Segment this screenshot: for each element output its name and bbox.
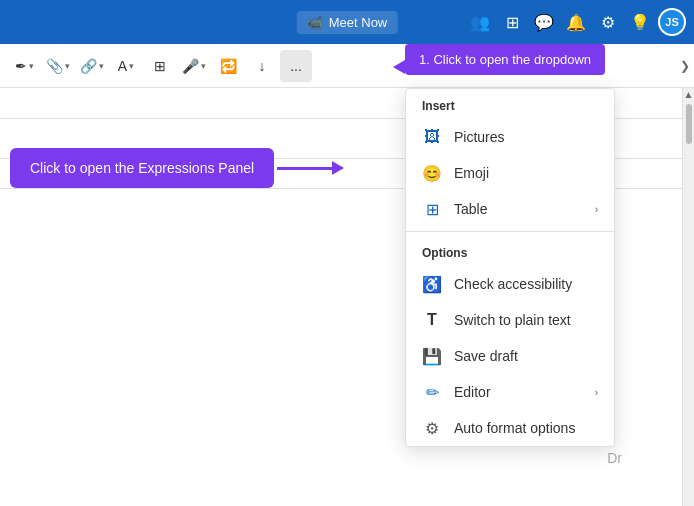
pen-chevron-icon: ▾ (29, 61, 34, 71)
expressions-panel-tooltip[interactable]: Click to open the Expressions Panel (10, 148, 274, 188)
dropdown-item-plain-text[interactable]: T Switch to plain text (406, 302, 614, 338)
loop-button[interactable]: 🔁 (212, 50, 244, 82)
editor-icon: ✏ (422, 382, 442, 402)
pictures-label: Pictures (454, 129, 598, 145)
more-options-button[interactable]: ... (280, 50, 312, 82)
teams-icon[interactable]: 👥 (466, 8, 494, 36)
avatar[interactable]: JS (658, 8, 686, 36)
callout-arrowline (405, 66, 455, 69)
table-menu-icon: ⊞ (422, 199, 442, 219)
accessibility-icon: ♿ (422, 274, 442, 294)
arrow-line (277, 167, 332, 170)
chat-icon[interactable]: 💬 (530, 8, 558, 36)
paperclip-icon: 📎 (46, 58, 63, 74)
auto-format-icon: ⚙ (422, 418, 442, 438)
table-icon: ⊞ (154, 58, 166, 74)
bell-icon[interactable]: 🔔 (562, 8, 590, 36)
dropdown-item-emoji[interactable]: 😊 Emoji (406, 155, 614, 191)
top-bar: 📹 Meet Now 👥 ⊞ 💬 🔔 ⚙ 💡 JS (0, 0, 694, 44)
mic-icon: 🎤 (182, 58, 199, 74)
dropdown-item-auto-format[interactable]: ⚙ Auto format options (406, 410, 614, 446)
table-button[interactable]: ⊞ (144, 50, 176, 82)
vertical-scrollbar[interactable]: ▲ (682, 88, 694, 506)
link-button[interactable]: 🔗 ▾ (76, 50, 108, 82)
ellipsis-icon: ... (290, 58, 302, 74)
font-chevron-icon: ▾ (129, 61, 134, 71)
save-draft-label: Save draft (454, 348, 598, 364)
attachment-button[interactable]: 📎 ▾ (42, 50, 74, 82)
callout-arrow (393, 60, 455, 74)
scroll-thumb[interactable] (686, 104, 692, 144)
dropdown-item-table[interactable]: ⊞ Table › (406, 191, 614, 227)
pictures-icon: 🖼 (422, 127, 442, 147)
pen-icon: ✒ (15, 58, 27, 74)
pen-tool-button[interactable]: ✒ ▾ (8, 50, 40, 82)
save-draft-icon: 💾 (422, 346, 442, 366)
table-chevron-icon: › (595, 204, 598, 215)
insert-dropdown-panel: Insert 🖼 Pictures 😊 Emoji ⊞ Table › Opti… (405, 88, 615, 447)
dropdown-item-editor[interactable]: ✏ Editor › (406, 374, 614, 410)
attach-chevron-icon: ▾ (65, 61, 70, 71)
plain-text-label: Switch to plain text (454, 312, 598, 328)
scroll-down-arrow[interactable]: ❯ (676, 55, 694, 77)
draft-placeholder: Dr (607, 450, 622, 466)
settings-icon[interactable]: ⚙ (594, 8, 622, 36)
down-arrow-button[interactable]: ↓ (246, 50, 278, 82)
link-chevron-icon: ▾ (99, 61, 104, 71)
video-icon: 📹 (307, 15, 323, 30)
font-button[interactable]: A ▾ (110, 50, 142, 82)
meet-now-section: 📹 Meet Now (297, 11, 398, 34)
auto-format-label: Auto format options (454, 420, 598, 436)
grid-icon[interactable]: ⊞ (498, 8, 526, 36)
callout-arrowhead (393, 60, 405, 74)
loop-icon: 🔁 (220, 58, 237, 74)
dropdown-item-accessibility[interactable]: ♿ Check accessibility (406, 266, 614, 302)
bulb-icon[interactable]: 💡 (626, 8, 654, 36)
plain-text-icon: T (422, 310, 442, 330)
editor-label: Editor (454, 384, 583, 400)
font-icon: A (118, 58, 127, 74)
meet-now-button[interactable]: 📹 Meet Now (297, 11, 398, 34)
accessibility-label: Check accessibility (454, 276, 598, 292)
scroll-up-button[interactable]: ▲ (684, 90, 694, 100)
options-section-header: Options (406, 236, 614, 266)
mic-chevron-icon: ▾ (201, 61, 206, 71)
dropdown-item-save-draft[interactable]: 💾 Save draft (406, 338, 614, 374)
meet-now-label: Meet Now (329, 15, 388, 30)
emoji-label: Emoji (454, 165, 598, 181)
expressions-tooltip-text: Click to open the Expressions Panel (30, 160, 254, 176)
emoji-icon: 😊 (422, 163, 442, 183)
tooltip-arrow (277, 161, 344, 175)
mic-button[interactable]: 🎤 ▾ (178, 50, 210, 82)
dropdown-item-pictures[interactable]: 🖼 Pictures (406, 119, 614, 155)
editor-chevron-icon: › (595, 387, 598, 398)
avatar-initials: JS (665, 16, 678, 28)
insert-section-header: Insert (406, 89, 614, 119)
arrow-head (332, 161, 344, 175)
table-label: Table (454, 201, 583, 217)
dropdown-divider (406, 231, 614, 232)
link-icon: 🔗 (80, 58, 97, 74)
down-arrow-icon: ↓ (259, 58, 266, 74)
